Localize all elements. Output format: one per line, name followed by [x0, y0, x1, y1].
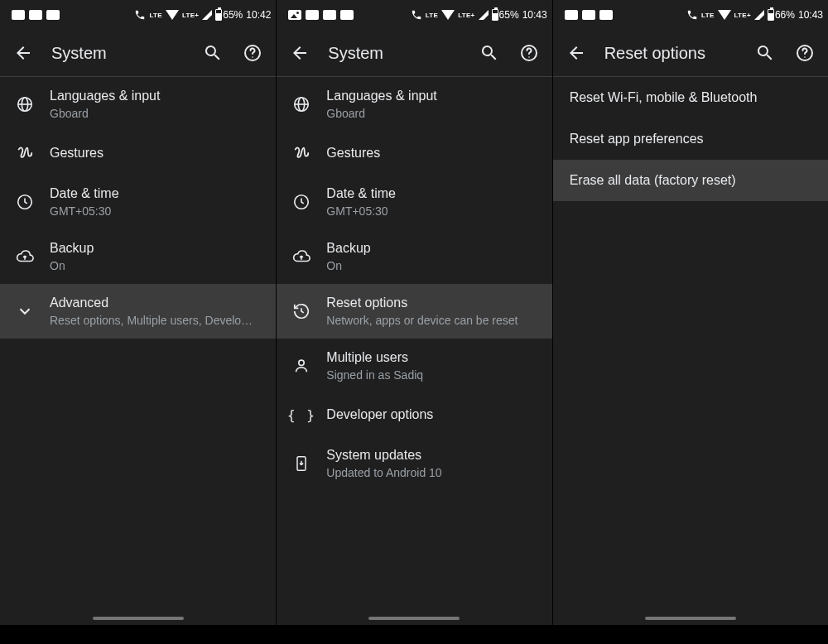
app-bar: Reset options [553, 30, 828, 76]
item-title: Advanced [50, 294, 256, 312]
battery-indicator: 65% [215, 9, 243, 21]
wifi-icon [718, 10, 731, 20]
help-button[interactable] [788, 36, 821, 70]
item-title: Reset app preferences [570, 130, 808, 148]
reset-options-list: Reset Wi-Fi, mobile & Bluetooth Reset ap… [553, 77, 828, 625]
status-bar: LTE LTE+ 66% 10:43 [553, 0, 828, 30]
settings-item-languages[interactable]: Languages & input Gboard [0, 77, 276, 132]
app-badge-icon [29, 10, 42, 20]
settings-item-multiple-users[interactable]: Multiple usersSigned in as Sadiq [277, 339, 551, 393]
settings-item-gestures[interactable]: Gestures [277, 132, 551, 175]
item-subtitle: GMT+05:30 [326, 204, 532, 219]
globe-icon [292, 95, 310, 113]
braces-icon: { } [287, 407, 316, 423]
nav-pill-icon [368, 617, 460, 620]
battery-percent: 66% [775, 9, 795, 21]
search-button[interactable] [473, 36, 506, 70]
globe-icon [16, 95, 34, 113]
settings-item-backup[interactable]: BackupOn [277, 229, 551, 284]
item-subtitle: Network, apps or device can be reset [326, 313, 532, 329]
reset-item-network[interactable]: Reset Wi-Fi, mobile & Bluetooth [553, 77, 828, 118]
app-badge-icon [306, 10, 319, 20]
lte-plus-label: LTE+ [734, 12, 751, 19]
item-subtitle: On [326, 258, 532, 274]
item-title: Multiple users [326, 348, 532, 367]
search-button[interactable] [196, 36, 229, 70]
status-bar: LTE LTE+ 65% 10:43 [277, 0, 551, 30]
item-title: Languages & input [50, 87, 256, 105]
status-icons-right: LTE LTE+ 65% 10:43 [411, 9, 547, 21]
item-title: Reset options [326, 294, 532, 312]
settings-item-system-updates[interactable]: System updatesUpdated to Android 10 [277, 436, 551, 491]
wifi-icon [441, 10, 455, 20]
settings-item-reset-options[interactable]: Reset optionsNetwork, apps or device can… [277, 284, 551, 339]
item-title: Backup [326, 239, 532, 257]
screen-1: LTE LTE+ 65% 10:42 System Languages & i [0, 0, 276, 625]
help-icon [243, 43, 262, 63]
cloud-upload-icon [291, 248, 311, 266]
status-clock: 10:43 [798, 9, 823, 21]
chevron-down-icon [16, 302, 34, 320]
person-icon [292, 357, 310, 375]
page-title: System [46, 44, 190, 63]
help-button[interactable] [236, 36, 269, 70]
app-bar: System [0, 30, 276, 76]
item-title: Developer options [326, 406, 532, 424]
battery-icon [768, 9, 774, 21]
page-title: Reset options [599, 44, 742, 63]
app-badge-icon [565, 10, 578, 20]
gesture-nav-bar[interactable] [553, 612, 828, 625]
battery-indicator: 66% [768, 9, 795, 21]
settings-item-datetime[interactable]: Date & time GMT+05:30 [0, 175, 276, 229]
back-button[interactable] [283, 36, 316, 70]
volte-call-icon [686, 9, 698, 21]
gesture-nav-bar[interactable] [0, 612, 276, 625]
settings-item-advanced[interactable]: Advanced Reset options, Multiple users, … [0, 284, 276, 339]
volte-call-icon [134, 9, 146, 21]
app-badge-icon [340, 10, 354, 20]
screenshot-badge-icon [288, 10, 301, 20]
reset-item-app-prefs[interactable]: Reset app preferences [553, 118, 828, 160]
search-icon [479, 43, 499, 63]
screen-2: LTE LTE+ 65% 10:43 System Languages & in… [276, 0, 551, 625]
battery-icon [215, 9, 222, 21]
nav-pill-icon [645, 617, 736, 620]
svg-point-13 [804, 56, 806, 58]
reset-item-factory-reset[interactable]: Erase all data (factory reset) [553, 160, 828, 201]
back-arrow-icon [290, 43, 310, 63]
clock-icon [292, 193, 310, 211]
search-icon [755, 43, 775, 63]
gesture-nav-bar[interactable] [277, 612, 551, 625]
status-icons-left [288, 10, 354, 20]
item-subtitle: Reset options, Multiple users, Developer… [50, 313, 256, 329]
back-button[interactable] [560, 36, 593, 70]
status-icons-right: LTE LTE+ 66% 10:43 [686, 9, 823, 21]
battery-percent: 65% [499, 9, 519, 21]
status-icons-right: LTE LTE+ 65% 10:42 [134, 9, 271, 21]
wifi-icon [166, 10, 179, 20]
settings-item-languages[interactable]: Languages & inputGboard [277, 77, 551, 132]
search-button[interactable] [749, 36, 782, 70]
back-button[interactable] [7, 36, 40, 70]
settings-item-datetime[interactable]: Date & timeGMT+05:30 [277, 175, 551, 229]
help-button[interactable] [513, 36, 546, 70]
screen-3: LTE LTE+ 66% 10:43 Reset options Reset W… [552, 0, 828, 625]
status-clock: 10:42 [246, 9, 271, 21]
item-title: Date & time [326, 185, 532, 203]
back-arrow-icon [566, 43, 586, 63]
clock-icon [16, 193, 34, 211]
app-badge-icon [599, 10, 613, 20]
lte-label: LTE [426, 12, 438, 19]
battery-indicator: 65% [492, 9, 519, 21]
item-title: Date & time [50, 185, 256, 203]
settings-item-gestures[interactable]: Gestures [0, 132, 276, 175]
settings-item-backup[interactable]: Backup On [0, 229, 276, 284]
search-icon [203, 43, 223, 63]
settings-item-developer-options[interactable]: { } Developer options [277, 393, 551, 436]
item-subtitle: GMT+05:30 [50, 204, 256, 219]
lte-label: LTE [149, 12, 161, 19]
settings-list: Languages & inputGboard Gestures Date & … [277, 77, 551, 625]
item-title: Erase all data (factory reset) [570, 171, 808, 190]
app-badge-icon [582, 10, 595, 20]
svg-point-10 [299, 360, 304, 365]
